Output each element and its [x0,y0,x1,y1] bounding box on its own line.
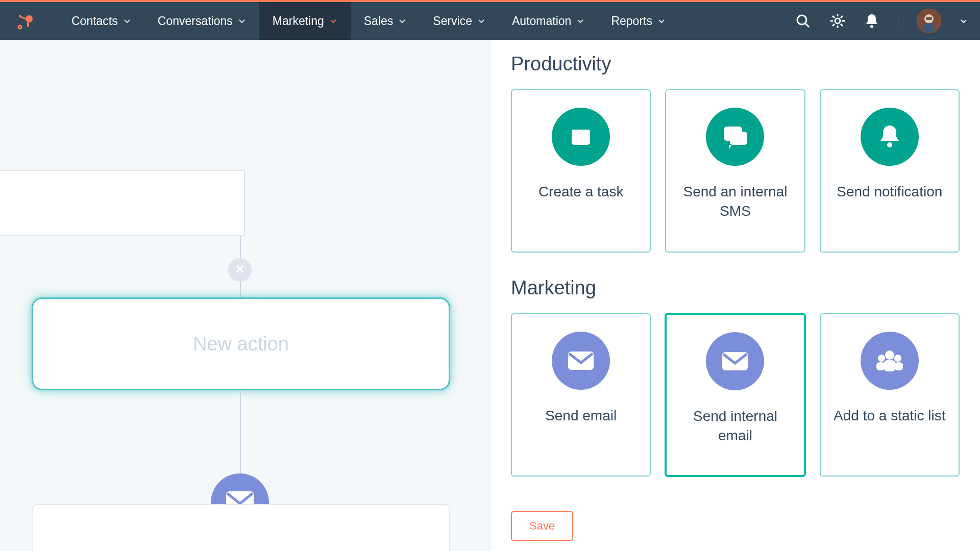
svg-point-35 [894,355,901,362]
mail-icon [552,332,610,390]
new-action-card[interactable]: New action [32,297,450,390]
svg-line-6 [805,23,809,27]
chevron-down-icon [238,14,246,28]
chevron-down-icon [657,14,666,28]
nav-label: Marketing [273,14,324,28]
section-title-productivity: Productivity [511,53,960,75]
option-add-static-list[interactable]: Add to a static list [820,313,960,477]
save-label: Save [529,519,555,532]
remove-step-button[interactable] [228,258,252,282]
people-icon [861,332,919,390]
svg-rect-38 [895,362,903,370]
nav-right [795,9,968,33]
save-button[interactable]: Save [511,511,573,541]
workflow-step-card[interactable]: Send email [*] Free Consultation / Sched… [32,504,450,551]
option-internal-sms[interactable]: Send an internal SMS [665,89,805,253]
connector-line [240,390,241,482]
top-nav: Contacts Conversations Marketing Sales S… [0,2,980,40]
option-send-email[interactable]: Send email [511,313,651,477]
svg-line-13 [841,24,843,26]
search-icon[interactable] [795,13,811,29]
svg-rect-36 [884,360,896,371]
svg-point-34 [878,355,885,362]
nav-service[interactable]: Service [420,2,499,40]
main: New action Send email [*] Free Consultat… [0,40,980,551]
hubspot-logo[interactable] [12,12,38,30]
option-label: Create a task [538,182,624,202]
chevron-down-icon [477,14,485,28]
workflow-canvas[interactable]: New action Send email [*] Free Consultat… [0,40,490,551]
action-picker-panel: Productivity Create a task Send an inter… [490,40,980,551]
nav-contacts[interactable]: Contacts [58,2,144,40]
avatar[interactable] [917,9,941,33]
nav-reports[interactable]: Reports [598,2,679,40]
nav-marketing[interactable]: Marketing [259,2,351,40]
mail-icon [706,332,764,390]
option-send-notification[interactable]: Send notification [820,89,960,253]
nav-label: Automation [512,14,571,28]
nav-label: Contacts [71,14,118,28]
chevron-down-icon [576,14,584,28]
svg-point-7 [835,18,840,23]
svg-line-12 [832,16,835,18]
nav-divider [898,11,898,31]
chevron-down-icon [398,14,406,28]
close-icon [234,263,246,277]
option-label: Send notification [837,182,942,202]
svg-point-16 [870,25,873,28]
option-send-internal-email[interactable]: Send internal email [665,313,805,477]
option-label: Send email [545,406,617,425]
marketing-grid: Send email Send internal email Add to a … [511,313,960,477]
productivity-grid: Create a task Send an internal SMS Send … [511,89,960,253]
section-title-marketing: Marketing [511,277,960,299]
option-label: Add to a static list [834,406,945,425]
bell-icon[interactable] [864,13,879,29]
task-icon [552,108,610,166]
svg-rect-20 [924,23,934,32]
enrollment-trigger-card[interactable] [0,170,245,236]
svg-rect-27 [572,130,590,134]
svg-point-5 [797,15,806,24]
svg-point-4 [18,26,21,29]
svg-rect-1 [27,22,29,27]
option-label: Send internal email [676,407,794,445]
svg-rect-21 [926,17,932,20]
svg-line-14 [832,24,835,26]
sms-icon [706,108,764,166]
svg-rect-29 [730,132,747,145]
nav-label: Service [433,14,472,28]
new-action-label: New action [193,333,289,355]
nav-items: Contacts Conversations Marketing Sales S… [58,2,679,40]
svg-rect-37 [876,362,885,370]
svg-line-15 [841,16,843,18]
option-create-task[interactable]: Create a task [511,89,651,253]
chevron-down-icon [123,14,131,28]
svg-point-30 [887,142,892,147]
nav-label: Sales [364,14,394,28]
account-chevron-icon[interactable] [960,17,968,25]
svg-point-33 [885,350,894,360]
nav-sales[interactable]: Sales [351,2,420,40]
option-label: Send an internal SMS [675,182,795,221]
chevron-down-icon [329,14,337,28]
bell-icon [861,108,919,166]
gear-icon[interactable] [829,13,846,29]
nav-conversations[interactable]: Conversations [144,2,259,40]
nav-automation[interactable]: Automation [499,2,598,40]
nav-label: Reports [611,14,652,28]
nav-label: Conversations [158,14,233,28]
